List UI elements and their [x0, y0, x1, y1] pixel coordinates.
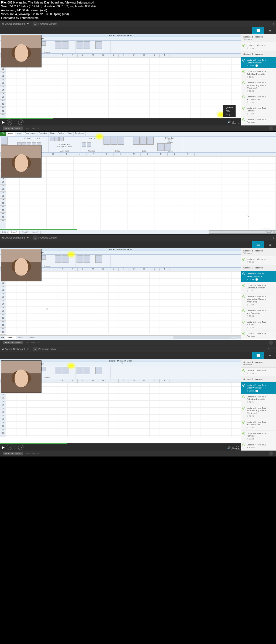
lecture-item-4[interactable]: Lecture 4: How To AInformation (Dates aW…	[241, 405, 276, 419]
lecture-item-6[interactable]: Lecture 6: How To AFormats02:28	[241, 319, 276, 330]
format-table-icon[interactable]	[111, 137, 117, 145]
speed-indicator[interactable]: 1	[14, 446, 16, 449]
excel-home-tab[interactable]: Home	[6, 132, 15, 136]
paste-icon[interactable]	[1, 137, 8, 145]
lecture-item-2[interactable]: Lecture 2: How To NExcel Workbook01:55	[241, 382, 276, 394]
previous-lecture-link[interactable]: Previous Lecture	[39, 22, 57, 25]
sort-filter-icon[interactable]	[157, 143, 164, 151]
collapse-button[interactable]: ▴	[33, 22, 37, 26]
back-icon[interactable]: ◀	[2, 236, 4, 239]
svg-rect-6	[257, 354, 260, 355]
excel-view-tab[interactable]: View	[66, 132, 74, 136]
section-2-header[interactable]: Section: 2 - Introduc	[241, 51, 276, 57]
volume-icon[interactable]: 🔊	[227, 121, 230, 124]
next-lecture-button[interactable]: NEXT LECTURE	[3, 452, 23, 455]
excel-developer-tab[interactable]: Developer	[74, 132, 86, 136]
bookmark-icon[interactable]: 🏳	[267, 348, 270, 350]
lecture-item-3[interactable]: Lecture 3: How To ASubtitles (Formattin0…	[241, 282, 276, 294]
sheet2-tab[interactable]: Sheet2	[20, 231, 30, 234]
cell-styles-icon[interactable]	[118, 137, 124, 145]
autoplay-toggle[interactable]: Auto Play ON	[26, 452, 39, 455]
speed-indicator[interactable]: 1	[14, 121, 16, 124]
video-player-area[interactable]: Book1 - Microsoft Excel Home Insert Revi…	[0, 359, 241, 451]
next-arrow-icon[interactable]: ›	[273, 22, 274, 26]
section-1-header[interactable]: Section: 1 - IntroducWelcome	[241, 34, 276, 42]
format-cells-icon[interactable]	[147, 137, 154, 145]
forward-15-button[interactable]: 15	[18, 445, 23, 450]
course-dashboard-link[interactable]: Course Dashboard	[5, 22, 25, 25]
lecture-item-2[interactable]: Lecture 2: How To NExcel Workbook01:55	[241, 271, 276, 282]
rewind-15-button[interactable]: 15	[7, 120, 12, 125]
back-icon[interactable]: ◀	[2, 22, 4, 25]
excel-sheet-tabs: ◀ ◀ ▶ ▶ Sheet1 Sheet2 Sheet3	[0, 230, 276, 234]
sheet1-tab[interactable]: Sheet1	[9, 231, 20, 234]
excel-data-tab[interactable]: Data	[49, 132, 56, 136]
previous-lecture-link[interactable]: Previous Lecture	[39, 236, 57, 239]
tab-curriculum[interactable]	[252, 241, 264, 248]
lecture-item-7[interactable]: Lecture 7: How To AFormula	[241, 117, 276, 125]
mark-complete-button[interactable]: ✓	[269, 126, 273, 131]
back-icon[interactable]: ◀	[2, 348, 4, 350]
lecture-item-3[interactable]: Lecture 3: How To ASubtitles (Formattin0…	[241, 394, 276, 405]
play-button[interactable]: ▶	[2, 120, 5, 124]
lecture-item-7[interactable]: Lecture 7: How To AFormula	[241, 442, 276, 451]
tab-download[interactable]	[264, 27, 276, 34]
next-arrow-icon[interactable]: ›	[273, 236, 274, 240]
rewind-15-button[interactable]: 15	[7, 445, 12, 450]
quality-menu[interactable]: Quality 720p 360p	[223, 105, 236, 117]
next-arrow-icon[interactable]: ›	[273, 347, 274, 351]
quality-360p[interactable]: 360p	[223, 113, 236, 116]
lecture-item-5[interactable]: Lecture 5: How To Aand Formulae03:53	[241, 419, 276, 431]
sheet3-tab[interactable]: Sheet3	[30, 231, 41, 234]
dropdown-caret-icon[interactable]	[27, 23, 29, 24]
next-lecture-button[interactable]: NEXT LECTURE	[3, 341, 23, 344]
tab-download[interactable]	[264, 241, 276, 248]
excel-review-tab[interactable]: Review	[56, 132, 66, 136]
lecture-item-7[interactable]: Lecture 7: How To AFormula	[241, 330, 276, 339]
cursor-highlight	[96, 134, 103, 139]
excel-file-tab[interactable]: File	[0, 132, 6, 136]
lecture-item-5[interactable]: Lecture 5: How To Aand Formulae03:53	[241, 308, 276, 319]
tab-curriculum[interactable]	[252, 352, 264, 359]
excel-pagelayout-tab[interactable]: Page Layout	[23, 132, 37, 136]
video-player-area[interactable]: Book1 - Microsoft Excel Home Insert Revi…	[0, 248, 241, 340]
lecture-item-1[interactable]: Lecture 1: Welcome01:55	[241, 42, 276, 51]
tab-download[interactable]	[264, 352, 276, 359]
course-dashboard-link[interactable]: Course Dashboard	[5, 348, 25, 350]
collapse-button[interactable]: ▴	[33, 236, 37, 240]
lecture-item-6[interactable]: Lecture 6: How To AFormats02:28	[241, 431, 276, 442]
play-button[interactable]: ▶	[2, 445, 5, 449]
find-select-icon[interactable]	[164, 143, 171, 151]
lecture-item-6[interactable]: Lecture 6: How To AFormats02:28	[241, 105, 276, 117]
lecture-item-1[interactable]: Lecture 1: Welcome01:55	[241, 256, 276, 265]
lecture-item-1[interactable]: Lecture 1: Welcome01:55	[241, 368, 276, 377]
excel-insert-tab[interactable]: Insert	[15, 132, 23, 136]
mark-complete-button[interactable]: ✓	[269, 451, 273, 456]
video-player-area[interactable]: Book1 - Microsoft Excel Home Insert Revi…	[0, 34, 241, 125]
lecture-item-3[interactable]: Lecture 3: How To ASubtitles (Formattin0…	[241, 69, 276, 80]
tab-curriculum[interactable]	[252, 27, 264, 34]
lecture-item-2[interactable]: Lecture 2: How To NExcel Workbook01:55	[241, 57, 276, 69]
bookmark-icon[interactable]: 🏳	[267, 22, 270, 25]
cursor-icon: ☟	[46, 307, 48, 311]
volume-icon[interactable]: 🔊	[227, 446, 230, 449]
quality-720p[interactable]: 720p	[223, 109, 236, 113]
lecture-item-5[interactable]: Lecture 5: How To Aand Formulae03:53	[241, 94, 276, 105]
insert-cells-icon[interactable]	[133, 137, 140, 145]
mark-complete-button[interactable]: ✓	[269, 340, 273, 345]
lecture-item-4[interactable]: Lecture 4: How To AInformation (Dates aW…	[241, 294, 276, 308]
excel-grid[interactable]	[6, 156, 276, 232]
delete-cells-icon[interactable]	[140, 137, 147, 145]
side-tabs	[0, 27, 276, 34]
lecture-item-4[interactable]: Lecture 4: How To AInformation (Dates aW…	[241, 80, 276, 94]
course-dashboard-link[interactable]: Course Dashboard	[5, 236, 25, 239]
bookmark-icon[interactable]: 🏳	[267, 236, 270, 239]
forward-15-button[interactable]: 15	[18, 120, 23, 125]
autoplay-toggle[interactable]: Auto Play ON	[26, 341, 39, 344]
excel-formulas-tab[interactable]: Formulas	[37, 132, 49, 136]
collapse-button[interactable]: ▴	[33, 347, 37, 351]
next-lecture-button[interactable]: NEXT LECTURE	[3, 127, 23, 130]
autoplay-toggle[interactable]: Auto Play ON	[26, 127, 39, 130]
conditional-formatting-icon[interactable]	[104, 137, 110, 145]
previous-lecture-link[interactable]: Previous Lecture	[39, 348, 57, 350]
